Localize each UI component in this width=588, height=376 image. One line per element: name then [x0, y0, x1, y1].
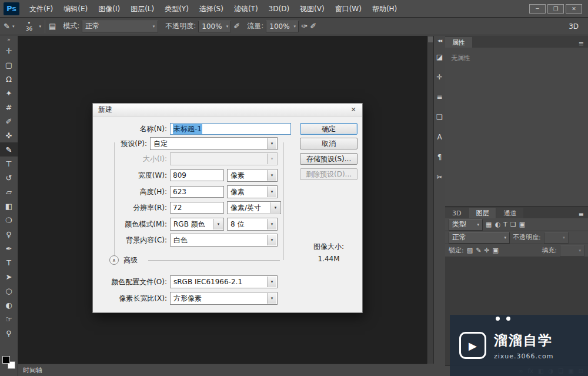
quick-selection-tool[interactable]: ✦: [0, 86, 18, 100]
bit-depth-select[interactable]: 8 位 ▾: [227, 218, 278, 231]
pressure-opacity-icon[interactable]: ✐: [233, 22, 240, 31]
move-tool[interactable]: ✛: [0, 44, 18, 58]
menu-help[interactable]: 帮助(H): [367, 0, 402, 18]
menu-edit[interactable]: 编辑(E): [58, 0, 93, 18]
width-input[interactable]: [170, 169, 224, 181]
color-mode-select[interactable]: RGB 颜色 ▾: [170, 218, 224, 231]
foreground-color-swatch[interactable]: [2, 356, 10, 364]
layer-blend-mode-select[interactable]: 正常 ▾: [449, 232, 510, 244]
advanced-toggle-button[interactable]: ∧: [109, 255, 119, 265]
restore-button[interactable]: ❒: [547, 4, 564, 14]
size-select[interactable]: ▾: [170, 152, 278, 165]
type-filter-icon[interactable]: T: [503, 221, 507, 228]
minimize-button[interactable]: ─: [529, 4, 546, 14]
panel-menu-icon[interactable]: ≡: [579, 40, 588, 48]
eraser-tool[interactable]: ▱: [0, 185, 18, 199]
dodge-tool[interactable]: ♀: [0, 227, 18, 241]
menu-type[interactable]: 类型(Y): [159, 0, 194, 18]
lock-transparency-icon[interactable]: ▨: [467, 247, 473, 254]
menu-3d[interactable]: 3D(D): [263, 0, 295, 18]
height-unit-select[interactable]: 像素 ▾: [227, 185, 278, 198]
dialog-title-bar[interactable]: 新建 ✕: [93, 104, 362, 117]
background-select[interactable]: 白色 ▾: [170, 234, 278, 247]
menu-filter[interactable]: 滤镜(T): [229, 0, 263, 18]
pen-tool[interactable]: ✒: [0, 241, 18, 255]
gradient-tool[interactable]: ◧: [0, 199, 18, 213]
menu-select[interactable]: 选择(S): [194, 0, 229, 18]
adjustments-panel-icon[interactable]: ◪: [434, 50, 446, 64]
timeline-tab[interactable]: 时间轴: [23, 366, 42, 375]
ok-button[interactable]: 确定: [300, 123, 358, 135]
3d-material-tool[interactable]: ◐: [0, 298, 18, 312]
lock-position-icon[interactable]: ✛: [484, 247, 489, 254]
color-swatches[interactable]: [2, 356, 15, 369]
airbrush-icon[interactable]: ✑: [301, 22, 308, 31]
dropdown-icon: ▾: [574, 248, 581, 253]
type-tool[interactable]: T: [0, 255, 18, 269]
pressure-size-icon[interactable]: ✐: [310, 22, 316, 31]
vertical-scrollbar[interactable]: [427, 36, 433, 364]
panel-menu-icon[interactable]: ≡: [579, 211, 588, 218]
shape-filter-icon[interactable]: ❏: [510, 221, 516, 228]
collapse-tools-icon[interactable]: »: [0, 36, 18, 44]
crop-tool[interactable]: #: [0, 100, 18, 114]
shape-tool[interactable]: ○: [0, 284, 18, 298]
lock-pixels-icon[interactable]: ✎: [476, 247, 481, 254]
paragraph-styles-panel-icon[interactable]: ≡: [434, 90, 446, 104]
menu-file[interactable]: 文件(F): [24, 0, 58, 18]
lock-all-icon[interactable]: ▣: [493, 247, 499, 254]
tool-presets-panel-icon[interactable]: ✂: [434, 170, 446, 184]
preset-select[interactable]: 自定 ▾: [150, 137, 278, 150]
marquee-tool[interactable]: ▢: [0, 58, 18, 72]
scrollbar-thumb[interactable]: [428, 36, 433, 42]
lasso-tool[interactable]: Ω: [0, 72, 18, 86]
adjustment-filter-icon[interactable]: ◐: [495, 221, 500, 228]
history-brush-tool[interactable]: ↺: [0, 171, 18, 185]
brush-tool[interactable]: ✎: [0, 142, 18, 157]
tab-channels[interactable]: 通道: [496, 208, 523, 218]
resolution-unit-select[interactable]: 像素/英寸 ▾: [227, 201, 281, 214]
resolution-input[interactable]: [170, 202, 224, 214]
cancel-button[interactable]: 取消: [300, 138, 358, 149]
layer-comps-panel-icon[interactable]: ❏: [434, 110, 446, 124]
color-profile-select[interactable]: sRGB IEC61966-2.1 ▾: [170, 275, 278, 288]
height-input[interactable]: [170, 186, 224, 198]
hand-tool[interactable]: ☞: [0, 312, 18, 326]
eyedropper-tool[interactable]: ✐: [0, 114, 18, 128]
delete-preset-button[interactable]: 删除预设(D)...: [300, 168, 358, 180]
name-input[interactable]: 未标题-1: [170, 123, 291, 135]
layer-fill-select[interactable]: ▾: [560, 245, 584, 257]
save-preset-button[interactable]: 存储预设(S)...: [300, 153, 358, 165]
tab-properties[interactable]: 属性: [445, 37, 472, 48]
clone-stamp-tool[interactable]: ⊤: [0, 157, 18, 171]
opacity-select[interactable]: 100% ▾: [198, 21, 231, 32]
3d-mode-label[interactable]: 3D: [569, 22, 579, 31]
smart-object-filter-icon[interactable]: ▣: [519, 221, 525, 228]
zoom-tool[interactable]: ⚲: [0, 326, 18, 340]
tab-layers[interactable]: 图层: [469, 208, 496, 218]
layer-opacity-select[interactable]: ▾: [544, 232, 569, 244]
healing-brush-tool[interactable]: ✜: [0, 128, 18, 142]
brush-size-picker[interactable]: • 36 ▾: [18, 21, 45, 32]
toggle-brush-panel-icon[interactable]: ▤: [49, 22, 56, 31]
tab-3d[interactable]: 3D: [445, 208, 468, 218]
menu-view[interactable]: 视图(V): [295, 0, 330, 18]
blur-tool[interactable]: ❍: [0, 213, 18, 227]
flow-select[interactable]: 100% ▾: [266, 21, 299, 32]
menu-layer[interactable]: 图层(L): [125, 0, 159, 18]
close-button[interactable]: ✕: [566, 4, 582, 14]
paragraph-panel-icon[interactable]: ¶: [434, 150, 446, 164]
character-panel-icon[interactable]: A: [434, 130, 446, 144]
blend-mode-select[interactable]: 正常 ▾: [82, 21, 158, 32]
info-panel-icon[interactable]: ✛: [434, 70, 446, 84]
dialog-close-icon[interactable]: ✕: [345, 104, 362, 116]
pixel-aspect-select[interactable]: 方形像素 ▾: [170, 292, 278, 305]
path-selection-tool[interactable]: ➤: [0, 269, 18, 284]
filter-kind-select[interactable]: 类型 ▾: [449, 219, 483, 231]
menu-window[interactable]: 窗口(W): [330, 0, 367, 18]
brush-preset-picker[interactable]: ✎ ▾: [0, 22, 18, 31]
pixel-filter-icon[interactable]: ▦: [486, 221, 492, 228]
expand-panels-icon[interactable]: ◀◀: [437, 37, 442, 44]
menu-image[interactable]: 图像(I): [93, 0, 125, 18]
width-unit-select[interactable]: 像素 ▾: [227, 169, 278, 182]
